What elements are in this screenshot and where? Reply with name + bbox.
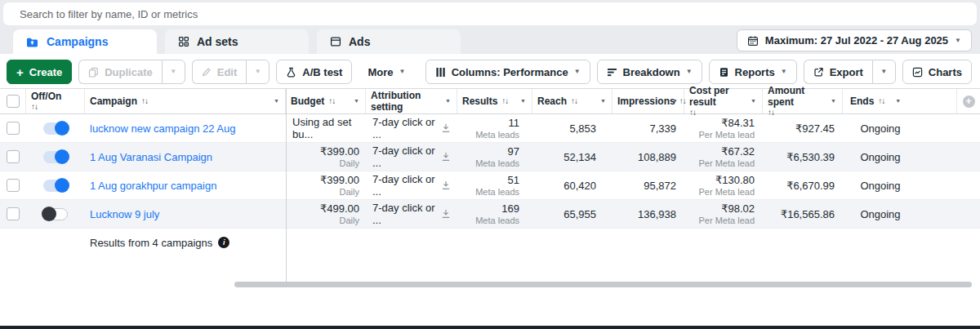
chevron-down-icon[interactable]: ▼: [354, 98, 359, 104]
ab-test-button[interactable]: A/B test: [276, 60, 352, 84]
edit-dropdown-button[interactable]: ▼: [246, 60, 270, 84]
chevron-down-icon[interactable]: ▼: [445, 98, 451, 104]
charts-button[interactable]: Charts: [902, 60, 972, 84]
table-row[interactable]: 1 Aug gorakhpur campaign ₹399.00 Daily 7…: [0, 171, 980, 200]
chevron-down-icon: ▼: [686, 69, 693, 75]
header-amount-spent-label: Amount spent: [768, 85, 829, 109]
reach-cell: 52,134: [532, 143, 612, 171]
horizontal-scrollbar[interactable]: [234, 282, 972, 287]
budget-cell: Using ad set bu...: [286, 114, 366, 142]
header-amount-spent[interactable]: Amount spent ↑↓ ▼: [763, 89, 843, 113]
breakdown-button[interactable]: Breakdown ▼: [597, 60, 702, 84]
chevron-down-icon[interactable]: ▼: [274, 98, 279, 104]
more-button[interactable]: More ▼: [359, 60, 414, 84]
reach-value: 65,955: [564, 208, 596, 220]
chevron-down-icon: ▼: [399, 69, 406, 75]
select-all-cell: [0, 89, 26, 113]
export-icon: [813, 67, 824, 78]
row-select-cell: [0, 171, 26, 199]
chevron-down-icon[interactable]: ▼: [895, 98, 901, 104]
campaign-toggle[interactable]: [43, 180, 68, 192]
campaign-link[interactable]: lucknow new campaign 22 Aug: [90, 122, 286, 135]
header-ends[interactable]: Ends ↑↓ ▼: [843, 89, 957, 113]
tab-ads[interactable]: Ads: [317, 29, 461, 54]
sort-icon: ↑↓: [328, 96, 335, 106]
impressions-value: 108,889: [638, 151, 676, 163]
impressions-value: 95,872: [644, 180, 676, 192]
header-impressions[interactable]: Impressions↑↓ ▼: [612, 89, 684, 113]
header-cost-per-result[interactable]: Cost per result ↑↓ ▼: [684, 89, 763, 113]
budget-sub-label: Daily: [340, 216, 359, 225]
info-icon[interactable]: i: [218, 237, 229, 248]
amount-spent-value: ₹6,670.99: [786, 180, 835, 192]
report-icon: [719, 67, 729, 78]
add-column-icon[interactable]: +: [963, 96, 975, 108]
ab-test-button-label: A/B test: [302, 66, 342, 78]
results-cell: 11 Meta leads: [457, 114, 532, 142]
date-range-button[interactable]: Maximum: 27 Jul 2022 - 27 Aug 2025 ▼: [737, 29, 972, 51]
row-checkbox[interactable]: [7, 179, 20, 192]
header-budget[interactable]: Budget↑↓ ▼: [286, 89, 366, 113]
row-toggle-cell: [26, 143, 85, 171]
select-all-checkbox[interactable]: [7, 95, 20, 108]
row-checkbox[interactable]: [7, 150, 20, 163]
table-row[interactable]: Lucknow 9 july ₹499.00 Daily 7-day click…: [0, 200, 980, 229]
chevron-down-icon: ▼: [255, 69, 261, 75]
amount-spent-cell: ₹6,530.39: [763, 143, 843, 171]
header-campaign[interactable]: Campaign↑↓ ▼: [85, 89, 286, 113]
duplicate-dropdown-button[interactable]: ▼: [162, 60, 185, 84]
amount-spent-value: ₹927.45: [795, 122, 835, 135]
campaign-link[interactable]: Lucknow 9 july: [90, 208, 286, 220]
attribution-cell: 7-day click or ...: [366, 114, 457, 142]
header-results[interactable]: Results↑↓ ▼: [457, 89, 532, 113]
table-row[interactable]: lucknow new campaign 22 Aug Using ad set…: [0, 114, 980, 143]
chevron-down-icon[interactable]: ▼: [520, 98, 526, 104]
tab-campaigns-label: Campaigns: [47, 35, 108, 48]
cost-per-result-value: ₹67.32: [721, 145, 755, 158]
bottom-edge-bar: [0, 326, 980, 329]
chevron-down-icon[interactable]: ▼: [751, 98, 756, 104]
export-dropdown-button[interactable]: ▼: [872, 60, 896, 84]
reach-value: 52,134: [564, 151, 596, 163]
ends-value: Ongoing: [860, 151, 900, 163]
reports-button-label: Reports: [735, 66, 775, 78]
cost-per-result-cell: ₹98.02 Per Meta lead: [684, 200, 763, 228]
ends-value: Ongoing: [860, 122, 900, 135]
columns-button[interactable]: Columns: Performance ▼: [425, 60, 590, 84]
campaign-toggle[interactable]: [43, 122, 68, 135]
search-input[interactable]: [20, 8, 960, 20]
ends-cell: Ongoing: [843, 200, 957, 228]
impressions-cell: 108,889: [612, 143, 684, 171]
header-ends-label: Ends: [850, 96, 874, 107]
table-row[interactable]: 1 Aug Varanasi Campaign ₹399.00 Daily 7-…: [0, 143, 980, 171]
table-body: lucknow new campaign 22 Aug Using ad set…: [0, 114, 980, 229]
row-checkbox[interactable]: [7, 122, 20, 135]
campaign-link[interactable]: 1 Aug gorakhpur campaign: [90, 180, 286, 192]
edit-button[interactable]: Edit: [192, 60, 247, 84]
more-button-label: More: [368, 66, 393, 78]
header-off-on[interactable]: Off/On ↑↓: [26, 89, 85, 113]
reports-button[interactable]: Reports ▼: [709, 60, 797, 84]
chevron-down-icon[interactable]: ▼: [600, 98, 606, 104]
table-header-row: Off/On ↑↓ Campaign↑↓ ▼ Budget↑↓ ▼ Attrib…: [0, 88, 980, 114]
download-icon: [441, 180, 451, 190]
campaign-link[interactable]: 1 Aug Varanasi Campaign: [90, 151, 286, 163]
header-attribution-setting[interactable]: Attribution setting ▼: [366, 89, 457, 113]
row-checkbox[interactable]: [7, 207, 20, 220]
cost-per-result-cell: ₹84.31 Per Meta lead: [684, 114, 763, 142]
results-sub-label: Meta leads: [475, 187, 519, 197]
toggle-knob: [55, 149, 69, 164]
tab-campaigns[interactable]: Campaigns: [13, 29, 157, 54]
duplicate-button[interactable]: Duplicate: [78, 60, 162, 84]
export-button[interactable]: Export: [804, 60, 872, 84]
search-filter-bar[interactable]: [3, 2, 977, 25]
create-button[interactable]: + Create: [7, 60, 72, 84]
tab-ad-sets[interactable]: Ad sets: [165, 29, 309, 54]
header-reach[interactable]: Reach↑↓ ▼: [532, 89, 612, 113]
results-value: 11: [509, 117, 520, 129]
chevron-down-icon[interactable]: ▼: [672, 98, 678, 104]
campaign-toggle[interactable]: [43, 208, 68, 220]
campaign-toggle[interactable]: [43, 151, 68, 163]
chevron-down-icon[interactable]: ▼: [831, 98, 836, 104]
budget-value: ₹399.00: [320, 174, 359, 186]
